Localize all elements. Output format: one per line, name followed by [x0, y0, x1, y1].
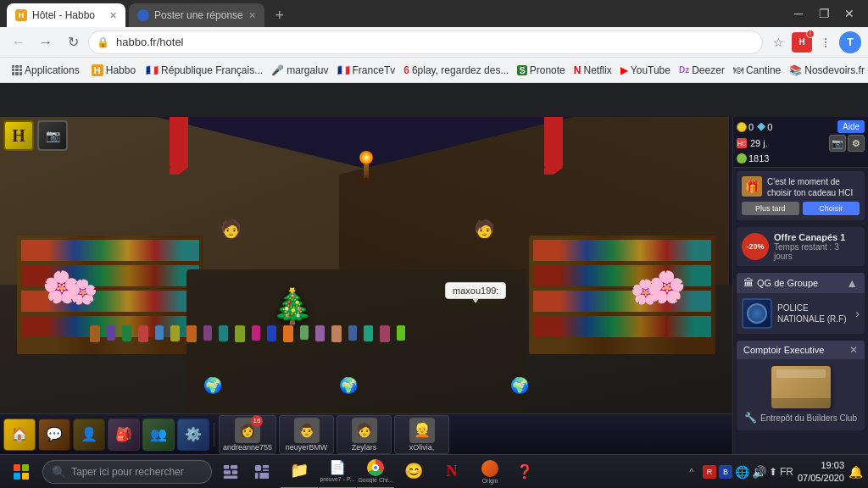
- star-button[interactable]: ☆: [766, 30, 790, 54]
- offer-banner[interactable]: -20% Offre Canapés 1 Temps restant : 3 j…: [737, 227, 865, 266]
- chrome-label: Google Chr...: [358, 477, 392, 483]
- tab-habbo-close[interactable]: ✕: [109, 10, 117, 21]
- r-tray-icon[interactable]: R: [703, 465, 716, 479]
- clock[interactable]: 19:03 07/05/2020: [798, 459, 844, 484]
- svg-rect-9: [259, 472, 269, 478]
- taskbar-search-icon: 🔍: [52, 465, 66, 479]
- start-button[interactable]: [0, 455, 42, 489]
- bookmark-deezer[interactable]: Dz Deezer: [676, 63, 728, 78]
- volume-icon[interactable]: 🔊: [752, 465, 766, 479]
- open-app-help[interactable]: ❓: [509, 455, 540, 489]
- toolbar-separator-1: [214, 423, 214, 446]
- camera-button[interactable]: 📷: [37, 120, 68, 151]
- taskbar-search[interactable]: 🔍 Taper ici pour rechercher: [42, 460, 212, 484]
- show-hidden-icons-button[interactable]: ^: [683, 462, 700, 482]
- game-viewport[interactable]: 🎄 🌸 🌸 🌸 🌸 🌍 🌍 🌍: [0, 117, 732, 454]
- extensions-button[interactable]: ⋮: [814, 30, 837, 54]
- group-chevron-icon[interactable]: ›: [855, 307, 860, 320]
- avatar-2-img: 👨: [294, 418, 320, 443]
- open-app-emoji[interactable]: 😊: [395, 455, 432, 489]
- maximize-button[interactable]: ❐: [812, 2, 836, 25]
- bookmark-nosdevoirs-label: Nosdevoirs.fr - Un...: [804, 64, 868, 76]
- back-button[interactable]: ←: [7, 30, 31, 54]
- toolbar-friends-button[interactable]: 👥: [142, 419, 175, 451]
- hc-icon: HC: [737, 138, 747, 148]
- banner-left: [170, 117, 188, 168]
- close-button[interactable]: ✕: [837, 2, 861, 25]
- bookmark-netflix[interactable]: N Netflix: [570, 63, 615, 78]
- open-app-chrome[interactable]: Google Chr...: [357, 455, 394, 489]
- minimize-button[interactable]: ─: [787, 2, 810, 25]
- widgets-icon[interactable]: [247, 455, 277, 489]
- content-area: 🎄 🌸 🌸 🌸 🌸 🌍 🌍 🌍: [0, 117, 868, 454]
- notif-choose-button[interactable]: Choisir: [803, 202, 860, 215]
- bookmark-youtube[interactable]: ▶ YouTube: [617, 63, 674, 78]
- credits-icon: [737, 153, 747, 164]
- tab-reply-close[interactable]: ✕: [248, 10, 256, 21]
- clock-date: 07/05/2020: [798, 472, 844, 484]
- open-app-netflix[interactable]: N: [433, 455, 470, 489]
- bookmark-nosdevoirs[interactable]: 📚 Nosdevoirs.fr - Un...: [786, 63, 868, 78]
- group-expand-icon[interactable]: ▲: [846, 276, 858, 290]
- forward-button[interactable]: →: [34, 30, 58, 54]
- svg-rect-6: [263, 464, 269, 468]
- habbo-toolbar: 🏠 💬 👤 🎒 👥 ⚙️ 👩 16: [0, 413, 732, 454]
- avatar-1-name: andreanne755: [223, 443, 272, 452]
- b-tray-icon[interactable]: B: [719, 465, 732, 479]
- diamond-icon: [757, 123, 765, 131]
- notification-bell-icon[interactable]: 🔔: [849, 465, 863, 479]
- open-app-origin[interactable]: Origin: [471, 455, 509, 489]
- address-input[interactable]: [88, 30, 763, 54]
- open-app-explorer[interactable]: 📁: [281, 455, 318, 489]
- toolbar-nav-button[interactable]: 🏠: [3, 419, 36, 451]
- item-box-close-icon[interactable]: ✕: [849, 344, 858, 356]
- toolbar-avatar-2[interactable]: 👨 neuyerBMW: [279, 415, 334, 454]
- toolbar-chat-button[interactable]: 💬: [38, 419, 70, 451]
- toolbar-bag-button[interactable]: 🎒: [108, 419, 140, 451]
- extension-icon-1[interactable]: H !: [792, 32, 812, 53]
- bookmark-margaluv[interactable]: 🎤 margaluv: [268, 63, 331, 78]
- habbo-logo-button[interactable]: H: [3, 120, 34, 151]
- offer-title: Offre Canapés 1: [774, 232, 860, 242]
- camera-small-button[interactable]: 📷: [829, 135, 846, 152]
- svg-rect-3: [232, 470, 237, 474]
- bookmark-netflix-icon: N: [574, 64, 581, 76]
- notif-later-button[interactable]: Plus tard: [742, 202, 799, 215]
- svg-rect-0: [224, 464, 229, 469]
- group-content: POLICE NATIONALE (R.F) ›: [737, 293, 865, 334]
- network-icon[interactable]: 🌐: [735, 465, 749, 479]
- bookmark-cantine[interactable]: 🍽 Cantine: [730, 63, 784, 78]
- tab-reply[interactable]: Poster une réponse ✕: [129, 3, 264, 27]
- notif-buttons: Plus tard Choisir: [742, 202, 860, 215]
- bookmark-pronote[interactable]: S Pronote: [514, 63, 568, 78]
- toolbar-avatar-3[interactable]: 🧑 Zeylars: [337, 415, 392, 454]
- toolbar-settings-button[interactable]: ⚙️: [177, 419, 209, 451]
- tab-habbo[interactable]: H Hôtel - Habbo ✕: [7, 3, 125, 27]
- new-tab-button[interactable]: +: [268, 3, 292, 27]
- bookmark-apps[interactable]: Applications: [7, 63, 85, 78]
- taskview-icon[interactable]: [215, 455, 246, 489]
- reload-button[interactable]: ↻: [61, 30, 85, 54]
- bookmark-francetv[interactable]: 🇫🇷 FranceTv: [334, 63, 399, 78]
- bookmark-cantine-icon: 🍽: [733, 64, 743, 76]
- profile-avatar[interactable]: T: [839, 31, 861, 53]
- police-emblem: [747, 303, 767, 324]
- gear-icon-button[interactable]: ⚙: [848, 135, 865, 152]
- avatar-1-img: 👩 16: [235, 418, 260, 443]
- open-app-preuve7[interactable]: 📄 preuve7 - P...: [319, 455, 356, 489]
- upload-icon[interactable]: ⬆: [769, 466, 777, 478]
- coin-icon: [737, 122, 747, 132]
- bookmark-6play[interactable]: 6 6play, regardez des...: [400, 63, 512, 78]
- gift-icon: 🎁: [742, 176, 762, 197]
- bookmark-fr[interactable]: 🇫🇷 République Français...: [142, 63, 266, 78]
- toolbar-profile-button[interactable]: 👤: [73, 419, 105, 451]
- help-button[interactable]: Aide: [837, 120, 865, 133]
- title-bar: H Hôtel - Habbo ✕ Poster une réponse ✕ +…: [0, 0, 868, 27]
- svg-rect-1: [231, 464, 237, 469]
- toolbar-avatar-4[interactable]: 👱 xOlivia,: [394, 415, 449, 454]
- tab-habbo-label: Hôtel - Habbo: [32, 9, 104, 21]
- toolbar-avatar-1[interactable]: 👩 16 andreanne755: [219, 415, 276, 454]
- currency-row-top: 0 0 Aide: [737, 120, 865, 133]
- bookmark-habbo[interactable]: H Habbo: [86, 63, 141, 78]
- language-indicator[interactable]: FR: [780, 466, 793, 478]
